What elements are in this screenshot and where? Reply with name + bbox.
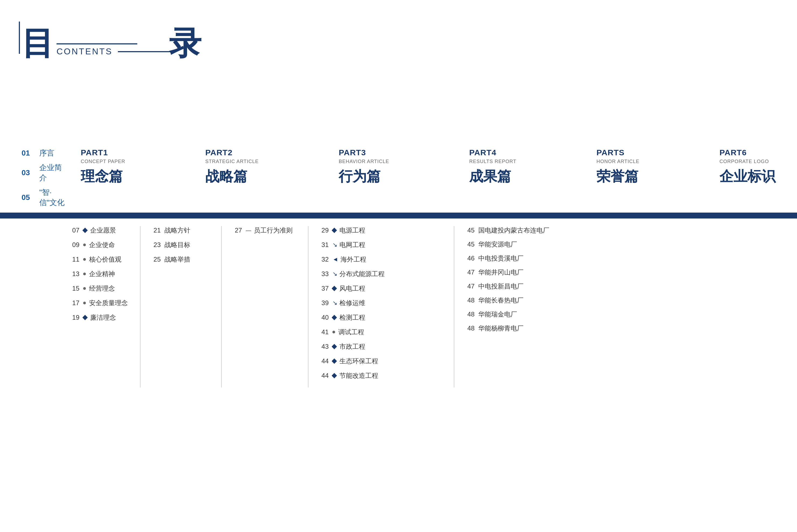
toc-label: 检测工程	[339, 313, 365, 322]
spacer-left	[21, 226, 64, 387]
circle-icon	[83, 302, 86, 304]
list-item: 03 企业简介	[21, 163, 64, 183]
content-table: 07 企业愿景 09 企业使命 11 核心价值观 13 企业精神 15	[21, 226, 776, 387]
toc-section-part5: 45 国电建投内蒙古布连电厂 45 华能安源电厂 46 中电投贵溪电厂 47 华…	[460, 226, 578, 387]
honor-number: 46	[460, 254, 475, 262]
honor-number: 48	[460, 310, 475, 318]
toc-row: 11 核心价值观	[64, 255, 135, 264]
toc-label: 海外工程	[341, 255, 366, 264]
part-col-4: PART4 RESULTS REPORT 成果篇	[469, 148, 516, 186]
circle-icon	[83, 244, 86, 246]
item-text: "智·信"文化	[39, 187, 64, 208]
toc-number: 33	[314, 270, 329, 278]
arrow-icon: ↘	[333, 241, 337, 248]
toc-row: 41 调试工程	[314, 328, 449, 336]
honor-row: 48 华能瑞金电厂	[460, 310, 578, 319]
list-item: 01 序言	[21, 148, 64, 158]
toc-label: 企业愿景	[90, 226, 116, 235]
toc-row: 13 企业精神	[64, 270, 135, 278]
circle-icon	[83, 287, 86, 290]
part-sublabel: CONCEPT PAPER	[81, 159, 125, 165]
toc-number: 13	[64, 270, 79, 278]
part-label: PART1	[81, 148, 108, 157]
diamond-icon	[331, 358, 337, 364]
toc-section-part4: 29 电源工程 31 ↘ 电网工程 32 ◄ 海外工程 33 ↘ 分布式能源工程…	[314, 226, 449, 387]
part-sublabel: CORPORATE LOGO	[720, 159, 769, 165]
honor-row: 47 华能井冈山电厂	[460, 268, 578, 277]
toc-number: 19	[64, 314, 79, 321]
honor-label: 华能长春热电厂	[478, 296, 524, 305]
toc-label: 市政工程	[339, 342, 365, 351]
vertical-divider	[221, 226, 222, 387]
honor-number: 47	[460, 283, 475, 290]
diamond-icon	[331, 344, 337, 349]
title-line-right	[118, 51, 172, 52]
toc-row: 19 廉洁理念	[64, 313, 135, 322]
toc-label: 核心价值观	[89, 255, 121, 264]
blue-divider-bar	[0, 213, 797, 218]
list-item: 05 "智·信"文化	[21, 187, 64, 208]
honor-number: 47	[460, 269, 475, 276]
part-label: PARTS	[596, 148, 624, 157]
vertical-divider	[308, 226, 308, 387]
toc-label: 电网工程	[339, 241, 365, 249]
left-accent-line	[19, 21, 20, 54]
part-col-6: PART6 CORPORATE LOGO 企业标识	[720, 148, 776, 186]
toc-label: 战略举措	[165, 255, 190, 264]
toc-number: 21	[146, 227, 161, 234]
title-line-top	[57, 43, 137, 44]
item-num: 01	[21, 149, 35, 157]
honor-label: 华能安源电厂	[478, 240, 517, 249]
honor-label: 华能井冈山电厂	[478, 268, 524, 277]
toc-number: 41	[314, 328, 329, 336]
toc-row: 15 经营理念	[64, 284, 135, 293]
header: 目 CONTENTS 录	[21, 21, 201, 59]
contents-text: CONTENTS	[57, 46, 113, 57]
toc-label: 分布式能源工程	[339, 270, 385, 278]
toc-row: 40 检测工程	[314, 313, 449, 322]
dash-icon: —	[246, 227, 251, 233]
toc-number: 07	[64, 227, 79, 234]
part-title-zh: 战略篇	[205, 167, 247, 186]
part-sublabel: RESULTS REPORT	[469, 159, 516, 165]
part-label: PART6	[720, 148, 747, 157]
toc-number: 43	[314, 343, 329, 350]
toc-label: 企业精神	[89, 270, 115, 278]
toc-number: 37	[314, 285, 329, 292]
part-col-3: PART3 BEHAVIOR ARTICLE 行为篇	[339, 148, 389, 186]
left-toc-items: 01 序言 03 企业简介 05 "智·信"文化	[21, 148, 64, 212]
part-title-zh: 理念篇	[81, 167, 123, 186]
toc-label: 安全质量理念	[89, 299, 128, 307]
toc-number: 44	[314, 372, 329, 379]
item-num: 03	[21, 168, 35, 177]
toc-label: 经营理念	[89, 284, 115, 293]
title-char-mu: 目	[21, 27, 54, 59]
toc-number: 29	[314, 227, 329, 234]
part-title-zh: 成果篇	[469, 167, 511, 186]
toc-label: 风电工程	[339, 284, 365, 293]
toc-label: 电源工程	[339, 226, 365, 235]
toc-label: 战略方针	[165, 226, 190, 235]
honor-label: 华能杨柳青电厂	[478, 324, 524, 332]
toc-label: 节能改造工程	[339, 372, 378, 380]
honor-number: 45	[460, 227, 475, 234]
honor-row: 45 国电建投内蒙古布连电厂	[460, 226, 578, 235]
title-section: 目 CONTENTS 录	[21, 21, 201, 59]
part-sublabel: HONOR ARTICLE	[596, 159, 640, 165]
toc-row: 25 战略举措	[146, 255, 216, 264]
honor-row: 45 华能安源电厂	[460, 240, 578, 249]
diamond-icon	[331, 286, 337, 291]
diamond-icon	[331, 228, 337, 233]
part-title-zh: 行为篇	[339, 167, 381, 186]
circle-icon	[83, 272, 86, 275]
part-sublabel: STRATEGIC ARTICLE	[205, 159, 259, 165]
toc-row: 21 战略方针	[146, 226, 216, 235]
item-num: 05	[21, 193, 35, 202]
part-label: PART4	[469, 148, 496, 157]
toc-number: 15	[64, 285, 79, 292]
toc-row: 31 ↘ 电网工程	[314, 241, 449, 249]
toc-number: 32	[314, 255, 329, 263]
arrow-left-icon: ◄	[333, 256, 338, 263]
toc-section-part1: 07 企业愿景 09 企业使命 11 核心价值观 13 企业精神 15	[64, 226, 135, 387]
honor-row: 47 中电投新昌电厂	[460, 282, 578, 291]
